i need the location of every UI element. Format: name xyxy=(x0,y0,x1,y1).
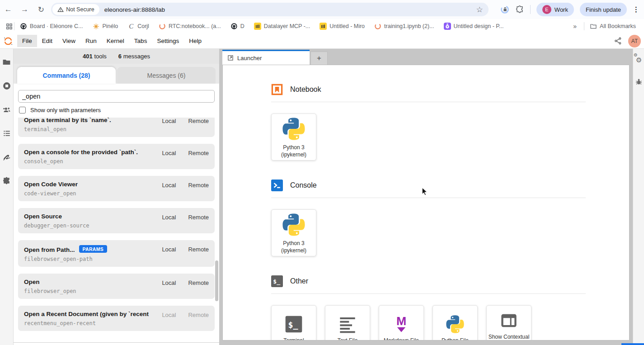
menu-settings[interactable]: Settings xyxy=(152,35,184,47)
command-item[interactable]: Open a terminal by its `name`. terminal_… xyxy=(18,118,215,137)
launcher-card-contextual-help[interactable]: Show Contextual Help xyxy=(486,305,531,340)
bookmark-item[interactable]: Untitled - Miro xyxy=(320,23,365,30)
new-launcher-button[interactable]: + xyxy=(310,52,328,65)
markdown-icon: M xyxy=(392,315,410,333)
command-title: Open a Recent Document (given by `recent xyxy=(24,311,158,317)
notebook-section-header: Notebook xyxy=(271,84,586,95)
local-button[interactable]: Local xyxy=(162,279,176,286)
local-button[interactable]: Local xyxy=(162,182,176,189)
filter-row: Show only with parameters xyxy=(14,103,219,118)
launcher-card-terminal[interactable]: $_ Terminal xyxy=(271,305,316,340)
remote-button[interactable]: Remote xyxy=(188,246,209,253)
bookmark-label: Datalayer MCP -... xyxy=(264,23,310,29)
panel-header: 401 tools 6 messages xyxy=(14,49,219,64)
finish-update-button[interactable]: Finish update xyxy=(580,3,627,16)
menu-file[interactable]: File xyxy=(17,35,37,47)
command-item[interactable]: Open from Path...PARAMS filebrowser_open… xyxy=(18,240,215,267)
url-text[interactable]: eleonores-air:8888/lab xyxy=(104,6,476,13)
bookmark-item[interactable]: D xyxy=(230,23,244,30)
menu-run[interactable]: Run xyxy=(80,35,102,47)
show-only-with-parameters-checkbox[interactable] xyxy=(19,107,26,113)
tab-commands[interactable]: Commands (28) xyxy=(17,67,116,84)
bookmark-item[interactable]: Untitled design - P... xyxy=(444,23,504,30)
main-dock: Launcher + Notebook Python 3 (ipykernel) xyxy=(219,49,633,345)
console-section-header: Console xyxy=(271,180,586,191)
tab-launcher[interactable]: Launcher xyxy=(222,50,310,65)
command-item[interactable]: Open Code Viewer code-viewer_open Local … xyxy=(18,176,215,201)
remote-button[interactable]: Remote xyxy=(188,279,209,286)
bookmark-item[interactable]: Board · Eléonore C... xyxy=(20,23,83,30)
launcher-card-markdown-file[interactable]: M Markdown File xyxy=(379,305,424,340)
bookmark-item[interactable]: training1.ipynb (2)... xyxy=(374,23,434,30)
command-item[interactable]: Open Source debugger_open-source Local R… xyxy=(18,208,215,233)
forward-icon[interactable]: → xyxy=(16,5,33,14)
bookmark-item[interactable]: C Corjl xyxy=(127,23,149,30)
bookmark-item[interactable]: Datalayer MCP -... xyxy=(254,23,310,30)
console-icon xyxy=(271,180,283,191)
menu-edit[interactable]: Edit xyxy=(37,35,57,47)
launcher-card-python3-notebook[interactable]: Python 3 (ipykernel) xyxy=(271,113,316,161)
back-icon[interactable]: ← xyxy=(0,5,16,14)
command-item[interactable]: Open a Recent Document (given by `recent… xyxy=(18,306,215,331)
finish-update-label: Finish update xyxy=(586,6,621,13)
local-button[interactable]: Local xyxy=(162,118,176,124)
github-icon xyxy=(20,23,27,30)
command-list[interactable]: Open a terminal by its `name`. terminal_… xyxy=(14,118,219,343)
bookmark-item[interactable]: Pinélo xyxy=(92,23,118,30)
scribble-extension-icon[interactable] xyxy=(2,152,11,161)
user-avatar[interactable]: AT xyxy=(628,35,641,47)
scrollbar-thumb[interactable] xyxy=(215,260,218,301)
menu-tabs[interactable]: Tabs xyxy=(129,35,152,47)
menu-kernel[interactable]: Kernel xyxy=(102,35,129,47)
command-id: code-viewer_open xyxy=(24,190,158,197)
property-inspector-icon[interactable]: ⚙⚙ xyxy=(634,54,643,64)
remote-button[interactable]: Remote xyxy=(188,182,209,189)
collaboration-users-icon[interactable] xyxy=(2,105,11,114)
table-of-contents-icon[interactable] xyxy=(3,129,11,137)
python-logo-icon xyxy=(282,213,305,236)
bookmarks-bar: Board · Eléonore C... Pinélo C Corjl RTC… xyxy=(0,19,644,33)
running-kernels-icon[interactable] xyxy=(2,81,11,90)
extensions-puzzle-icon[interactable] xyxy=(515,5,524,14)
launcher-card-python-file[interactable]: Python File xyxy=(432,305,478,340)
bookmarks-overflow-chevron[interactable]: » xyxy=(573,23,577,30)
local-button[interactable]: Local xyxy=(162,246,176,253)
share-icon[interactable] xyxy=(614,37,622,45)
folder-outline-icon xyxy=(590,23,597,30)
file-browser-icon[interactable] xyxy=(2,58,11,66)
bookmark-label: Corjl xyxy=(137,23,149,29)
not-secure-label: Not Secure xyxy=(66,6,94,13)
extension-manager-puzzle-icon[interactable] xyxy=(2,176,11,185)
browser-menu-icon[interactable]: ⋮ xyxy=(633,5,639,14)
remote-button[interactable]: Remote xyxy=(188,214,209,221)
local-button[interactable]: Local xyxy=(162,150,176,156)
other-section-header: $_ Other xyxy=(271,275,586,287)
profile-chip[interactable]: E Work xyxy=(536,3,574,16)
tab-messages[interactable]: Messages (6) xyxy=(117,67,216,84)
reload-icon[interactable]: ↻ xyxy=(33,5,49,14)
local-button[interactable]: Local xyxy=(162,214,176,221)
remote-button[interactable]: Remote xyxy=(188,312,209,318)
password-manager-icon[interactable] xyxy=(500,5,509,14)
command-id: console_open xyxy=(24,158,158,165)
not-secure-badge[interactable]: Not Secure xyxy=(52,4,99,15)
apps-grid-icon[interactable] xyxy=(5,23,13,30)
bookmark-star-icon[interactable]: ☆ xyxy=(476,5,483,14)
command-item[interactable]: Open filebrowser_open Local Remote xyxy=(18,274,215,299)
bookmark-item[interactable]: RTC:notebook... (a... xyxy=(159,23,221,30)
launcher-card-python3-console[interactable]: Python 3 (ipykernel) xyxy=(271,209,316,256)
all-bookmarks-button[interactable]: All Bookmarks xyxy=(590,23,636,30)
miro-icon xyxy=(320,23,327,30)
launcher-card-text-file[interactable]: Text File xyxy=(325,305,370,340)
menu-view[interactable]: View xyxy=(57,35,80,47)
command-item[interactable]: Open a console for the provided `path`. … xyxy=(18,144,215,169)
remote-button[interactable]: Remote xyxy=(188,118,209,124)
address-bar[interactable]: Not Secure eleonores-air:8888/lab ☆ xyxy=(51,3,489,16)
debugger-bug-icon[interactable] xyxy=(635,78,643,85)
remote-button[interactable]: Remote xyxy=(188,150,209,156)
terminal-icon: $_ xyxy=(285,315,303,333)
text-file-icon xyxy=(338,315,357,333)
menu-help[interactable]: Help xyxy=(184,35,207,47)
local-button[interactable]: Local xyxy=(162,312,176,318)
command-search-input[interactable] xyxy=(18,90,215,103)
